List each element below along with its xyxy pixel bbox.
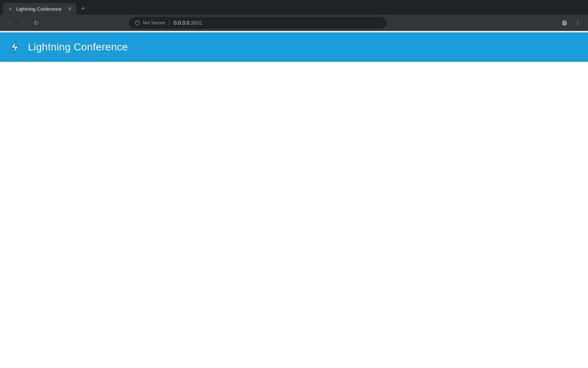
extensions-button[interactable]: [559, 17, 570, 29]
svg-point-4: [577, 20, 578, 21]
reload-button[interactable]: ↻: [31, 18, 41, 28]
new-tab-button[interactable]: +: [78, 3, 88, 14]
svg-point-5: [577, 22, 578, 24]
lightning-bolt-icon: [7, 40, 22, 54]
active-tab[interactable]: Lightning Conference ✕: [3, 3, 76, 15]
tab-favicon: [7, 6, 13, 12]
svg-marker-0: [9, 6, 12, 11]
app-logo: [7, 40, 22, 54]
not-secure-icon: [135, 20, 140, 25]
main-content: [0, 62, 588, 368]
app-header: Lightning Conference: [0, 32, 588, 62]
tab-bar: Lightning Conference ✕ +: [0, 0, 588, 15]
browser-actions: [559, 17, 584, 29]
url-host: 0.0.0.0: [174, 20, 190, 26]
url-port: :3001: [190, 20, 202, 26]
browser-chrome: Lightning Conference ✕ + ← → ↻ Not Secur…: [0, 0, 588, 31]
url-separator: |: [169, 20, 170, 26]
url-text: 0.0.0.0:3001: [174, 20, 202, 26]
address-bar: ← → ↻ Not Secure | 0.0.0.0:3001: [0, 15, 588, 31]
back-button[interactable]: ←: [4, 18, 15, 28]
forward-button[interactable]: →: [18, 18, 28, 28]
not-secure-label: Not Secure: [143, 20, 165, 25]
svg-point-6: [577, 25, 578, 26]
url-bar[interactable]: Not Secure | 0.0.0.0:3001: [129, 17, 386, 29]
tab-close-button[interactable]: ✕: [66, 5, 74, 13]
svg-marker-7: [11, 41, 18, 53]
app-title: Lightning Conference: [28, 41, 128, 53]
tab-title: Lightning Conference: [16, 6, 63, 12]
menu-button[interactable]: [572, 17, 584, 29]
